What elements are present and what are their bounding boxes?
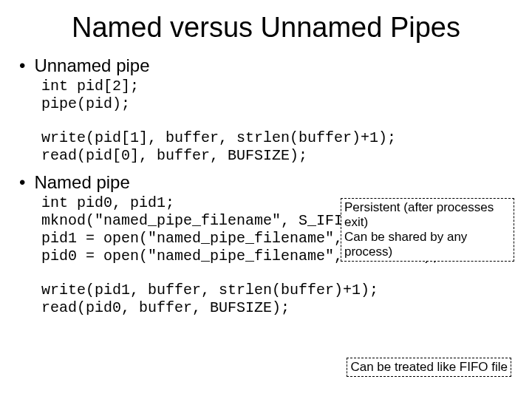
code-unnamed-decl: int pid[2]; pipe(pid); [41, 78, 514, 113]
spacer [18, 265, 514, 282]
code-unnamed-rw: write(pid[1], buffer, strlen(buffer)+1);… [41, 129, 514, 165]
bullet-unnamed-pipe: • Unnamed pipe [18, 55, 514, 76]
bullet-dot-icon: • [19, 55, 25, 76]
bullet-text-named: Named pipe [34, 172, 129, 193]
slide: Named versus Unnamed Pipes • Unnamed pip… [0, 0, 532, 399]
spacer [18, 113, 514, 129]
code-named-rw: write(pid1, buffer, strlen(buffer)+1); r… [41, 282, 514, 317]
bullet-dot-icon: • [19, 172, 25, 193]
bullet-named-pipe: • Named pipe [18, 172, 514, 193]
slide-title: Named versus Unnamed Pipes [18, 12, 514, 44]
callout-persistent: Persistent (after processes exit) Can be… [341, 198, 514, 262]
bullet-text-unnamed: Unnamed pipe [34, 55, 149, 76]
callout-fifo: Can be treated like FIFO file [347, 358, 511, 377]
spacer [18, 165, 514, 172]
